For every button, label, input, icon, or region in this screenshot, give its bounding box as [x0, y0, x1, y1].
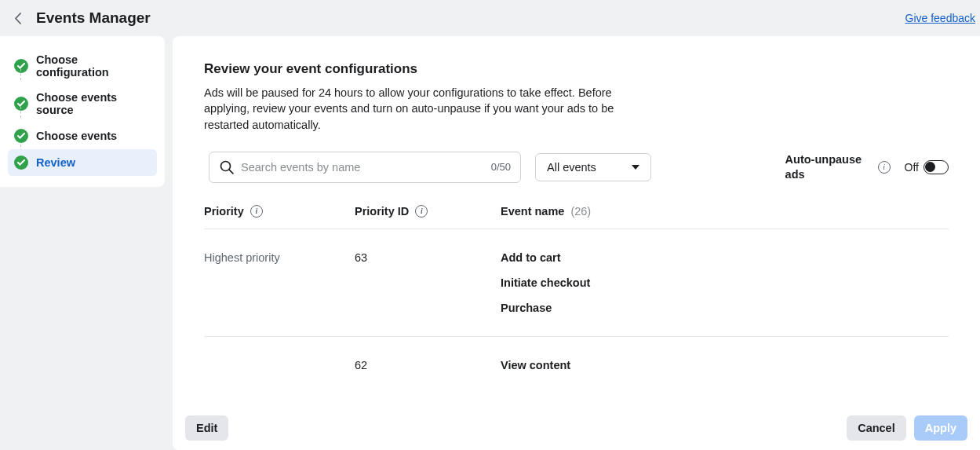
step-label: Review: [36, 156, 75, 169]
step-label: Choose events source: [36, 91, 151, 116]
toggle-knob: [925, 162, 935, 172]
col-priority-header: Priority i: [204, 205, 355, 218]
search-input[interactable]: [241, 161, 491, 174]
check-icon: [14, 97, 28, 111]
main-panel: Review your event configurations Ads wil…: [173, 36, 980, 450]
caret-down-icon: [632, 165, 639, 170]
svg-line-1: [229, 170, 233, 174]
table-row: 62 View content: [204, 337, 949, 393]
info-icon[interactable]: i: [415, 205, 428, 218]
back-button[interactable]: [9, 10, 25, 26]
check-icon: [14, 129, 28, 143]
check-icon: [14, 59, 28, 73]
search-icon: [219, 159, 235, 175]
check-icon: [14, 155, 28, 170]
step-choose-events-source[interactable]: Choose events source: [8, 85, 157, 123]
step-choose-events[interactable]: Choose events: [8, 123, 157, 149]
info-icon[interactable]: i: [878, 161, 891, 174]
apply-button[interactable]: Apply: [914, 415, 967, 441]
event-name: Purchase: [501, 302, 949, 314]
table-header: Priority i Priority ID i Event name (26): [204, 205, 949, 229]
search-box[interactable]: 0/50: [209, 152, 521, 183]
event-list-cell: Add to cart Initiate checkout Purchase: [501, 251, 949, 314]
main-description: Ads will be paused for 24 hours to allow…: [204, 85, 659, 133]
event-name: Add to cart: [501, 251, 949, 264]
auto-unpause-toggle[interactable]: [924, 160, 949, 174]
col-event-name-header: Event name (26): [501, 205, 949, 218]
filter-selected: All events: [547, 161, 596, 174]
event-count: (26): [570, 205, 591, 218]
info-icon[interactable]: i: [250, 205, 263, 218]
footer-bar: Edit Cancel Apply: [173, 406, 980, 450]
event-name: View content: [501, 359, 949, 371]
event-list-cell: View content: [501, 359, 949, 371]
col-priority-label: Priority: [204, 205, 244, 218]
col-priority-id-label: Priority ID: [355, 205, 409, 218]
give-feedback-link[interactable]: Give feedback: [905, 12, 976, 24]
priority-cell: Highest priority: [204, 251, 355, 264]
step-label: Choose events: [36, 130, 117, 142]
toggle-state-text: Off: [905, 161, 919, 174]
step-review[interactable]: Review: [8, 149, 157, 176]
main-heading: Review your event configurations: [204, 61, 949, 77]
header-bar: Events Manager Give feedback: [0, 0, 980, 36]
auto-unpause-control: Auto-unpause ads i Off: [785, 152, 949, 182]
search-count: 0/50: [491, 161, 511, 173]
event-name: Initiate checkout: [501, 276, 949, 289]
steps-sidebar: Choose configuration Choose events sourc…: [0, 36, 165, 187]
table-row: Highest priority 63 Add to cart Initiate…: [204, 229, 949, 337]
chevron-left-icon: [14, 13, 21, 24]
col-priority-id-header: Priority ID i: [355, 205, 501, 218]
page-title: Events Manager: [36, 9, 905, 27]
cancel-button[interactable]: Cancel: [847, 415, 906, 441]
step-choose-configuration[interactable]: Choose configuration: [8, 47, 157, 85]
priority-id-cell: 63: [355, 251, 501, 264]
col-event-name-label: Event name: [501, 205, 564, 218]
filter-dropdown[interactable]: All events: [535, 153, 651, 181]
step-label: Choose configuration: [36, 53, 151, 79]
controls-row: 0/50 All events Auto-unpause ads i Off: [209, 152, 949, 183]
auto-unpause-label: Auto-unpause ads: [785, 152, 864, 182]
edit-button[interactable]: Edit: [185, 415, 228, 441]
priority-id-cell: 62: [355, 359, 501, 371]
